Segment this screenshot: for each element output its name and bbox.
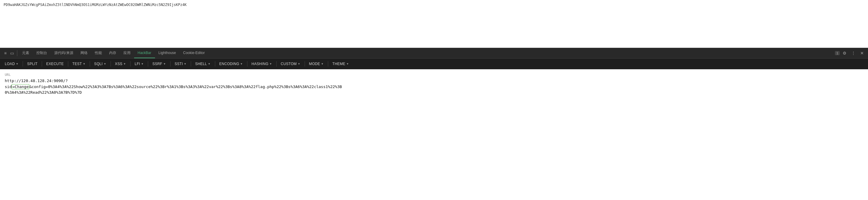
ssrf-button[interactable]: SSRF ▼ <box>150 61 168 67</box>
divider-9 <box>191 61 191 66</box>
divider-1 <box>23 61 23 66</box>
ssti-arrow: ▼ <box>184 62 187 65</box>
devtools-tabs: 元素 控制台 源代码/来源 网络 性能 内存 应用 HackBar Lighth… <box>19 48 835 58</box>
separator-1 <box>17 50 17 56</box>
divider-11 <box>247 61 247 66</box>
tab-cookie-editor[interactable]: Cookie-Editor <box>180 48 208 58</box>
tab-application[interactable]: 应用 <box>120 48 134 58</box>
tab-elements[interactable]: 元素 <box>19 48 33 58</box>
divider-4 <box>90 61 90 66</box>
url-sid-highlight: =Change <box>11 84 29 89</box>
divider-7 <box>148 61 148 66</box>
split-button[interactable]: SPLIT <box>25 61 40 67</box>
url-line3: 0%3A4%3A%22Read%22%3A0%3A7B%7D%7D <box>5 90 82 95</box>
device-icon[interactable]: ▭ <box>8 50 16 57</box>
tab-hackbar[interactable]: HackBar <box>134 48 155 58</box>
xss-arrow: ▼ <box>123 62 126 65</box>
devtools-right-icons: 1 ⚙ ⋮ ✕ <box>835 50 866 57</box>
ssti-button[interactable]: SSTI ▼ <box>172 61 189 67</box>
divider-12 <box>276 61 277 66</box>
url-line2-after: &config=0%3A4%3A%22Show%22%3A3%3A7Bs%3A6… <box>29 84 342 89</box>
tab-network[interactable]: 网络 <box>77 48 91 58</box>
hashing-button[interactable]: HASHING ▼ <box>249 61 275 67</box>
tab-memory[interactable]: 内存 <box>105 48 120 58</box>
divider-2 <box>42 61 42 66</box>
shell-arrow: ▼ <box>208 62 211 65</box>
tab-performance[interactable]: 性能 <box>91 48 105 58</box>
url-label: URL <box>5 73 863 77</box>
mode-arrow: ▼ <box>321 62 324 65</box>
sqli-arrow: ▼ <box>103 62 106 65</box>
top-text: PD9waHAKJGZsYWcgPSAiZmxhZ3tlINDVhNmQ3OS1… <box>4 2 187 7</box>
divider-5 <box>111 61 111 66</box>
devtools-tabs-bar: ≡ ▭ 元素 控制台 源代码/来源 网络 性能 内存 应用 HackBar Li… <box>0 48 868 58</box>
notification-badge: 1 <box>835 51 840 55</box>
divider-14 <box>328 61 328 66</box>
encoding-arrow: ▼ <box>240 62 243 65</box>
top-content-area: PD9waHAKJGZsYWcgPSAiZmxhZ3tlINDVhNmQ3OS1… <box>0 0 868 48</box>
load-arrow: ▼ <box>16 62 19 65</box>
tab-sources[interactable]: 源代码/来源 <box>51 48 76 58</box>
test-button[interactable]: TEST ▼ <box>70 61 88 67</box>
theme-button[interactable]: THEME ▼ <box>330 61 351 67</box>
tab-lighthouse[interactable]: Lighthouse <box>155 48 180 58</box>
url-value: http://120.48.128.24:9090/? sid=Change&c… <box>5 78 863 95</box>
custom-arrow: ▼ <box>298 62 300 65</box>
encoding-button[interactable]: ENCODING ▼ <box>217 61 245 67</box>
hashing-arrow: ▼ <box>270 62 272 65</box>
cursor-icon[interactable]: ≡ <box>2 50 8 57</box>
divider-8 <box>170 61 170 66</box>
lfi-button[interactable]: LFI ▼ <box>132 61 146 67</box>
theme-arrow: ▼ <box>346 62 349 65</box>
ssrf-arrow: ▼ <box>163 62 166 65</box>
close-icon[interactable]: ✕ <box>859 50 866 57</box>
load-button[interactable]: LOAD ▼ <box>2 61 21 67</box>
custom-button[interactable]: CUSTOM ▼ <box>278 61 303 67</box>
divider-10 <box>215 61 215 66</box>
url-sid-before: sid <box>5 84 11 89</box>
execute-button[interactable]: EXECUTE <box>44 61 66 67</box>
settings-icon[interactable]: ⚙ <box>841 50 848 57</box>
xss-button[interactable]: XSS ▼ <box>113 61 128 67</box>
url-line1: http://120.48.128.24:9090/? <box>5 79 68 83</box>
lfi-arrow: ▼ <box>141 62 144 65</box>
test-arrow: ▼ <box>83 62 86 65</box>
more-icon[interactable]: ⋮ <box>849 50 857 57</box>
divider-3 <box>68 61 68 66</box>
shell-button[interactable]: SHELL ▼ <box>193 61 213 67</box>
mode-button[interactable]: MODE ▼ <box>307 61 326 67</box>
sqli-button[interactable]: SQLI ▼ <box>92 61 109 67</box>
toolbar-bar: LOAD ▼ SPLIT EXECUTE TEST ▼ SQLI ▼ XSS ▼… <box>0 58 868 69</box>
divider-13 <box>305 61 305 66</box>
url-area: URL http://120.48.128.24:9090/? sid=Chan… <box>0 69 868 98</box>
tab-console[interactable]: 控制台 <box>33 48 51 58</box>
